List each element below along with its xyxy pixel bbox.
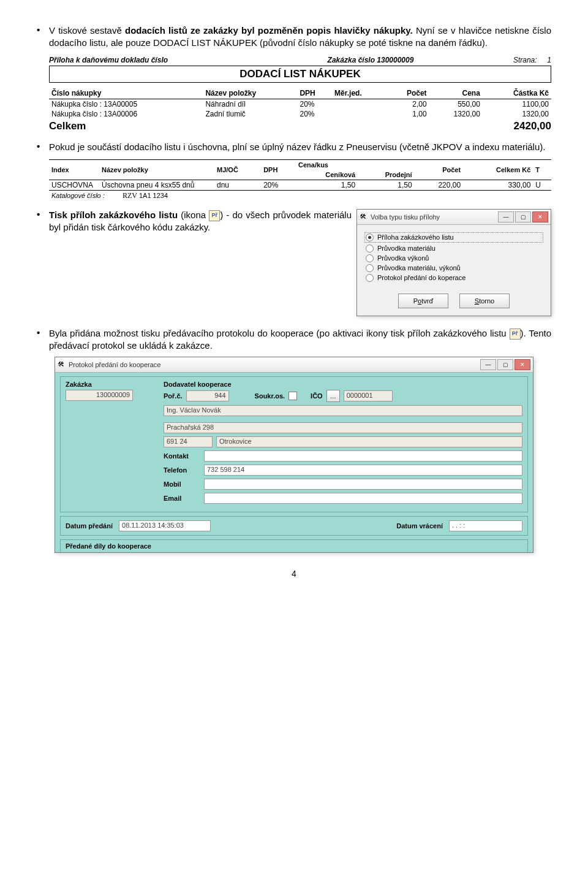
window-controls: — ▢ ✕ bbox=[498, 211, 548, 222]
maximize-button[interactable]: ▢ bbox=[515, 211, 531, 222]
predane-dily-label: Předané díly do kooperace bbox=[60, 539, 528, 552]
email-label: Email bbox=[164, 495, 200, 502]
bullet-text: Pokud je součástí dodacího listu i úscho… bbox=[49, 141, 551, 153]
radio-option-0[interactable]: Příloha zakázkového listu bbox=[364, 232, 543, 243]
radio-icon bbox=[366, 245, 374, 253]
td: Nákupka číslo : 13A00006 bbox=[49, 109, 203, 119]
td: 2,00 bbox=[387, 99, 429, 109]
td: dnu bbox=[214, 180, 261, 190]
bullet-dot: • bbox=[37, 209, 49, 234]
th: Prodejní bbox=[358, 170, 414, 180]
pp1-total: Celkem 2420,00 bbox=[49, 120, 551, 132]
mobil-input[interactable] bbox=[204, 479, 522, 490]
text: (ikona bbox=[178, 210, 209, 220]
zip-input[interactable]: 691 24 bbox=[164, 436, 213, 447]
kontakt-input[interactable] bbox=[204, 450, 522, 461]
bullet-dot: • bbox=[37, 141, 49, 153]
tools-icon: 🛠 bbox=[360, 213, 368, 221]
minimize-button[interactable]: — bbox=[480, 359, 496, 370]
city-input[interactable]: Otrokovice bbox=[216, 436, 522, 447]
pp2-table: Index Název položky MJ/OČ DPH Cena/kus P… bbox=[49, 159, 551, 191]
td: 20% bbox=[297, 99, 332, 109]
name-input[interactable]: Ing. Václav Novák bbox=[164, 405, 522, 416]
radio-label: Průvodka výkonů bbox=[377, 254, 429, 262]
sub-rzv: RZV bbox=[123, 191, 137, 200]
dialog-buttons: Potvrď Storno bbox=[357, 287, 551, 316]
soukros-label: Soukr.os. bbox=[255, 392, 285, 400]
th: Index bbox=[49, 159, 99, 180]
cancel-button[interactable]: Storno bbox=[459, 294, 510, 308]
radio-option-2[interactable]: Průvodka výkonů bbox=[366, 254, 542, 262]
radio-label: Příloha zakázkového listu bbox=[377, 234, 454, 241]
t: P bbox=[413, 297, 418, 305]
td bbox=[332, 99, 386, 109]
td: USCHOVNA bbox=[49, 180, 99, 190]
bullet-text: V tiskové sestavě dodacích listů ze zaká… bbox=[49, 25, 551, 50]
th: T bbox=[533, 159, 551, 180]
td: 1320,00 bbox=[483, 109, 551, 119]
bullet-text: Byla přidána možnost tisku předávacího p… bbox=[49, 327, 551, 352]
telefon-label: Telefon bbox=[164, 466, 200, 474]
confirm-button[interactable]: Potvrď bbox=[398, 294, 448, 308]
radio-option-4[interactable]: Protokol předání do koperace bbox=[366, 274, 542, 282]
porc-label: Poř.č. bbox=[164, 392, 183, 400]
pp2-head-row: Index Název položky MJ/OČ DPH Cena/kus P… bbox=[49, 159, 551, 170]
th: Měr.jed. bbox=[332, 88, 386, 99]
page-number: 4 bbox=[37, 569, 551, 579]
pp1-top: Příloha k daňovému dokladu číslo Zakázka… bbox=[49, 56, 551, 64]
td: 1100,00 bbox=[483, 99, 551, 109]
td: 1,50 bbox=[358, 180, 414, 190]
pp1-top-right: Strana: 1 bbox=[478, 56, 551, 64]
td: 1,50 bbox=[296, 180, 358, 190]
pp1-top-mid: Zakázka číslo 130000009 bbox=[263, 56, 478, 64]
mobil-label: Mobil bbox=[164, 480, 200, 488]
street-input[interactable]: Prachařská 298 bbox=[164, 422, 522, 433]
supplier-row-1: Poř.č. 944 Soukr.os. IČO … 0000001 bbox=[164, 390, 522, 402]
soukros-checkbox[interactable] bbox=[288, 392, 297, 400]
zakazka-label: Zakázka bbox=[66, 381, 145, 388]
ico-lookup-button[interactable]: … bbox=[326, 390, 340, 402]
group-zakazka-dodavatel: Zakázka 130000009 Dodavatel kooperace Po… bbox=[60, 376, 528, 512]
td: 550,00 bbox=[429, 99, 483, 109]
maximize-button[interactable]: ▢ bbox=[497, 359, 513, 370]
telefon-input[interactable]: 732 598 214 bbox=[204, 465, 522, 476]
porc-input[interactable]: 944 bbox=[186, 390, 229, 401]
radio-label: Průvodka materiálu, výkonů bbox=[377, 264, 461, 272]
radio-icon bbox=[366, 254, 374, 262]
dialog-title: Protokol předání do kooperace bbox=[69, 361, 480, 368]
th: Celkem Kč bbox=[463, 159, 533, 180]
ico-input[interactable]: 0000001 bbox=[344, 390, 393, 401]
radio-option-3[interactable]: Průvodka materiálu, výkonů bbox=[366, 264, 542, 272]
th: Počet bbox=[415, 159, 463, 180]
dodavatel-label: Dodavatel kooperace bbox=[164, 381, 522, 388]
ico-label: IČO bbox=[311, 392, 323, 400]
datum-vraceni-input[interactable]: . . : : bbox=[449, 520, 522, 531]
th: DPH bbox=[261, 159, 296, 180]
th: MJ/OČ bbox=[214, 159, 261, 180]
zakazka-input[interactable]: 130000009 bbox=[66, 390, 133, 401]
radio-label: Průvodka materiálu bbox=[377, 245, 435, 252]
radio-icon bbox=[366, 264, 374, 272]
tools-icon: 🛠 bbox=[58, 360, 66, 369]
th: Počet bbox=[387, 88, 429, 99]
td bbox=[332, 109, 386, 119]
minimize-button[interactable]: — bbox=[498, 211, 514, 222]
td: Úschovna pneu 4 ksx55 dnů bbox=[99, 180, 214, 190]
strana-label: Strana: bbox=[513, 56, 537, 64]
td: 20% bbox=[297, 109, 332, 119]
pp2-sub: Katalogové číslo : RZV 1A1 1234 bbox=[49, 191, 551, 200]
table-row: USCHOVNA Úschovna pneu 4 ksx55 dnů dnu 2… bbox=[49, 180, 551, 190]
text: Byla přidána možnost tisku předávacího p… bbox=[49, 328, 510, 338]
email-input[interactable] bbox=[204, 493, 522, 504]
datum-predani-input[interactable]: 08.11.2013 14:35:03 bbox=[119, 520, 211, 531]
bullet-1: • V tiskové sestavě dodacích listů ze za… bbox=[37, 25, 551, 50]
th: Název položky bbox=[203, 88, 297, 99]
close-button[interactable]: ✕ bbox=[514, 359, 530, 370]
radio-option-1[interactable]: Průvodka materiálu bbox=[366, 245, 542, 253]
close-button[interactable]: ✕ bbox=[532, 211, 548, 222]
bullet-dot: • bbox=[37, 25, 49, 50]
dialog-body: Příloha zakázkového listu Průvodka mater… bbox=[357, 225, 551, 287]
dialog-print-type: 🛠 Volba typu tisku přílohy — ▢ ✕ Příloha… bbox=[356, 209, 551, 316]
th-cenakus: Cena/kus bbox=[296, 159, 415, 170]
text-bold: dodacích listů ze zakázky byl pozměněn p… bbox=[125, 25, 413, 36]
